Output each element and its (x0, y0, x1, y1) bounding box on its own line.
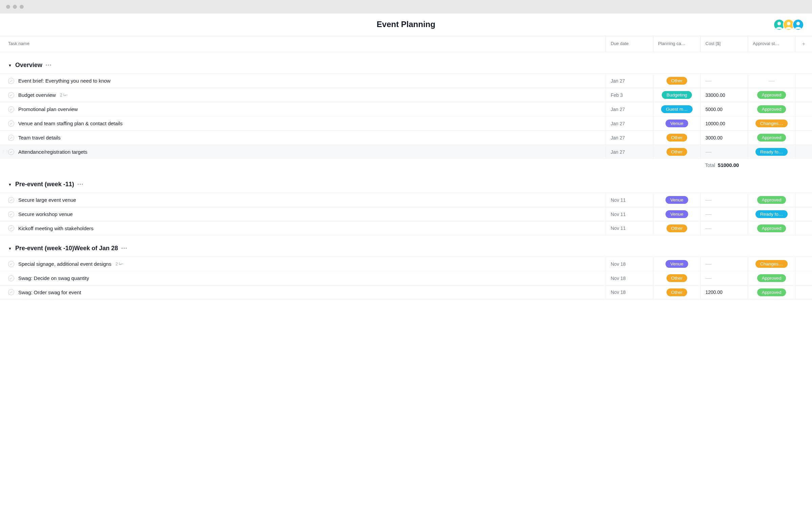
column-header-task[interactable]: Task name (0, 36, 606, 52)
task-cell-due[interactable]: Feb 3 (606, 88, 653, 102)
section-header[interactable]: ▼Overview••• (0, 58, 812, 73)
task-cell-approval[interactable]: Approved (748, 88, 795, 102)
chrome-close-dot[interactable] (6, 5, 10, 9)
task-row[interactable]: ⋮⋮Secure large event venueNov 11Venue—Ap… (0, 193, 812, 207)
task-cell-category[interactable]: Venue (653, 116, 700, 130)
task-cell-cost[interactable]: 3000.00 (700, 131, 748, 145)
task-cell-approval[interactable]: Approved (748, 131, 795, 145)
task-cell-approval[interactable]: Ready fo… (748, 145, 795, 159)
task-cell-due[interactable]: Jan 27 (606, 116, 653, 130)
task-cell-cost[interactable]: — (700, 221, 748, 235)
complete-checkbox[interactable] (8, 78, 14, 84)
task-cell-name[interactable]: ⋮⋮Attendance/registration targets (0, 145, 606, 159)
task-cell-due[interactable]: Nov 11 (606, 193, 653, 207)
task-cell-category[interactable]: Guest m… (653, 102, 700, 116)
task-cell-cost[interactable]: 10000.00 (700, 116, 748, 130)
column-header-cost[interactable]: Cost [$] (700, 36, 748, 52)
task-cell-due[interactable]: Jan 27 (606, 102, 653, 116)
task-cell-category[interactable]: Other (653, 221, 700, 235)
task-cell-approval[interactable]: Approved (748, 285, 795, 299)
column-header-due[interactable]: Due date (606, 36, 653, 52)
complete-checkbox[interactable] (8, 211, 14, 217)
task-cell-name[interactable]: ⋮⋮Budget overview2 (0, 88, 606, 102)
task-cell-due[interactable]: Jan 27 (606, 145, 653, 159)
task-cell-cost[interactable]: — (700, 271, 748, 285)
task-row[interactable]: ⋮⋮Budget overview2Feb 3Budgeting33000.00… (0, 88, 812, 102)
section-header[interactable]: ▼Pre-event (week -10)Week of Jan 28••• (0, 241, 812, 257)
task-cell-category[interactable]: Other (653, 285, 700, 299)
avatars[interactable] (775, 19, 804, 30)
task-cell-name[interactable]: ⋮⋮Secure large event venue (0, 193, 606, 207)
avatar[interactable] (792, 19, 804, 30)
task-cell-approval[interactable]: Approved (748, 271, 795, 285)
task-cell-name[interactable]: ⋮⋮Special signage, additional event desi… (0, 257, 606, 271)
task-cell-category[interactable]: Other (653, 74, 700, 88)
complete-checkbox[interactable] (8, 289, 14, 295)
task-row[interactable]: ⋮⋮Promotional plan overviewJan 27Guest m… (0, 102, 812, 116)
complete-checkbox[interactable] (8, 135, 14, 141)
more-icon[interactable]: ••• (77, 182, 84, 187)
task-cell-due[interactable]: Nov 18 (606, 271, 653, 285)
task-cell-category[interactable]: Venue (653, 193, 700, 207)
section-header[interactable]: ▼Pre-event (week -11)••• (0, 177, 812, 193)
task-cell-cost[interactable]: 33000.00 (700, 88, 748, 102)
task-cell-due[interactable]: Nov 18 (606, 285, 653, 299)
task-cell-category[interactable]: Other (653, 131, 700, 145)
task-cell-cost[interactable]: — (700, 145, 748, 159)
task-row[interactable]: ⋮⋮Secure workshop venueNov 11Venue—Ready… (0, 207, 812, 221)
task-cell-cost[interactable]: — (700, 74, 748, 88)
task-cell-approval[interactable]: Approved (748, 221, 795, 235)
complete-checkbox[interactable] (8, 261, 14, 267)
more-icon[interactable]: ••• (46, 63, 52, 68)
task-cell-name[interactable]: ⋮⋮Event brief: Everything you need to kn… (0, 74, 606, 88)
drag-handle-icon[interactable]: ⋮⋮ (1, 150, 9, 154)
task-row[interactable]: ⋮⋮Event brief: Everything you need to kn… (0, 73, 812, 88)
task-cell-approval[interactable]: Ready fo… (748, 207, 795, 221)
task-cell-name[interactable]: ⋮⋮Swag: Order swag for event (0, 285, 606, 299)
add-column-button[interactable]: + (795, 36, 812, 52)
task-cell-approval[interactable]: Changes… (748, 116, 795, 130)
complete-checkbox[interactable] (8, 92, 14, 98)
subtask-count[interactable]: 2 (115, 261, 124, 266)
task-cell-name[interactable]: ⋮⋮Promotional plan overview (0, 102, 606, 116)
task-cell-due[interactable]: Jan 27 (606, 74, 653, 88)
task-cell-category[interactable]: Other (653, 145, 700, 159)
task-cell-category[interactable]: Venue (653, 257, 700, 271)
task-row[interactable]: ⋮⋮Venue and team staffing plan & contact… (0, 116, 812, 130)
task-cell-approval[interactable]: — (748, 74, 795, 88)
task-cell-name[interactable]: ⋮⋮Team travel details (0, 131, 606, 145)
column-header-category[interactable]: Planning ca… (653, 36, 700, 52)
task-cell-cost[interactable]: — (700, 257, 748, 271)
task-cell-cost[interactable]: — (700, 193, 748, 207)
task-cell-due[interactable]: Jan 27 (606, 131, 653, 145)
complete-checkbox[interactable] (8, 197, 14, 203)
task-cell-due[interactable]: Nov 18 (606, 257, 653, 271)
task-row[interactable]: ⋮⋮Kickoff meeting with stakeholdersNov 1… (0, 221, 812, 235)
task-cell-name[interactable]: ⋮⋮Kickoff meeting with stakeholders (0, 221, 606, 235)
task-row[interactable]: ⋮⋮Swag: Order swag for eventNov 18Other1… (0, 285, 812, 299)
task-cell-name[interactable]: ⋮⋮Swag: Decide on swag quantity (0, 271, 606, 285)
task-row[interactable]: ⋮⋮Team travel detailsJan 27Other3000.00A… (0, 130, 812, 145)
task-row[interactable]: ⋮⋮Attendance/registration targetsJan 27O… (0, 145, 812, 159)
task-cell-cost[interactable]: 1200.00 (700, 285, 748, 299)
subtask-count[interactable]: 2 (60, 92, 68, 98)
task-cell-due[interactable]: Nov 11 (606, 207, 653, 221)
complete-checkbox[interactable] (8, 275, 14, 281)
chrome-min-dot[interactable] (13, 5, 17, 9)
task-cell-category[interactable]: Budgeting (653, 88, 700, 102)
task-cell-cost[interactable]: — (700, 207, 748, 221)
task-row[interactable]: ⋮⋮Special signage, additional event desi… (0, 257, 812, 271)
task-cell-name[interactable]: ⋮⋮Secure workshop venue (0, 207, 606, 221)
task-cell-approval[interactable]: Approved (748, 193, 795, 207)
task-cell-due[interactable]: Nov 11 (606, 221, 653, 235)
task-cell-approval[interactable]: Changes… (748, 257, 795, 271)
task-row[interactable]: ⋮⋮Swag: Decide on swag quantityNov 18Oth… (0, 271, 812, 285)
column-header-approval[interactable]: Approval st… (748, 36, 795, 52)
complete-checkbox[interactable] (8, 121, 14, 127)
complete-checkbox[interactable] (8, 225, 14, 231)
task-cell-name[interactable]: ⋮⋮Venue and team staffing plan & contact… (0, 116, 606, 130)
task-cell-cost[interactable]: 5000.00 (700, 102, 748, 116)
task-cell-approval[interactable]: Approved (748, 102, 795, 116)
more-icon[interactable]: ••• (121, 246, 128, 251)
task-cell-category[interactable]: Venue (653, 207, 700, 221)
